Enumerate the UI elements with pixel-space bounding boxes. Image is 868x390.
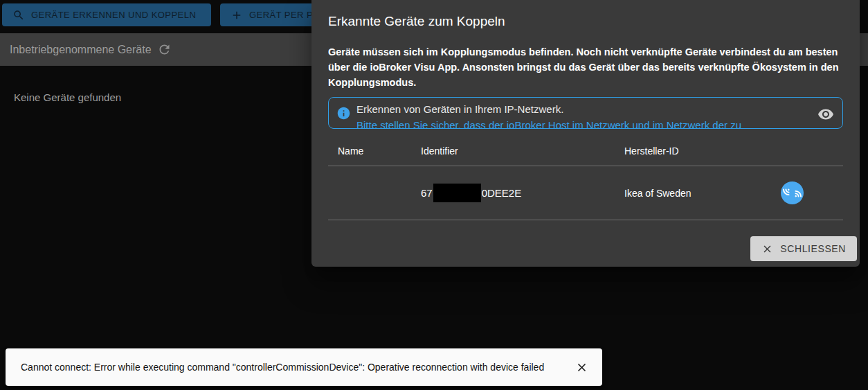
- col-header-vendor: Hersteller-ID: [624, 145, 777, 157]
- commissioned-devices-label: Inbetriebgenommene Geräte: [10, 44, 152, 56]
- refresh-button[interactable]: [154, 39, 174, 60]
- close-icon: [575, 361, 588, 374]
- wireless-pairing-icon: [781, 181, 804, 204]
- snackbar-close-button[interactable]: [571, 357, 593, 378]
- search-icon: [12, 9, 25, 21]
- snackbar-message: Cannot connect: Error while executing co…: [21, 362, 571, 373]
- plus-icon: [230, 9, 243, 21]
- info-line-1: Erkennen von Geräten in Ihrem IP-Netzwer…: [356, 103, 812, 116]
- dialog-actions: SCHLIESSEN: [750, 236, 857, 261]
- pair-device-button[interactable]: [781, 181, 804, 204]
- eye-icon: [817, 106, 834, 123]
- identifier-suffix: 0DEE2E: [482, 187, 522, 199]
- toggle-details-button[interactable]: [815, 103, 837, 125]
- dialog-title: Erkannte Geräte zum Koppeln: [311, 0, 860, 30]
- cell-vendor: Ikea of Sweden: [624, 188, 777, 199]
- table-header-row: Name Identifier Hersteller-ID: [328, 136, 843, 166]
- close-dialog-button[interactable]: SCHLIESSEN: [750, 236, 857, 261]
- detect-and-pair-button[interactable]: GERÄTE ERKENNEN UND KOPPELN: [2, 3, 211, 26]
- redaction-box: [433, 184, 481, 202]
- identifier-prefix: 67: [421, 187, 433, 199]
- error-snackbar: Cannot connect: Error while executing co…: [6, 348, 602, 386]
- detected-devices-table: Name Identifier Hersteller-ID 67 0DEE2E …: [328, 136, 843, 220]
- close-icon: [761, 243, 773, 255]
- network-discovery-info-box: Erkennen von Geräten in Ihrem IP-Netzwer…: [328, 97, 843, 129]
- info-icon: [336, 106, 351, 123]
- table-row: 67 0DEE2E Ikea of Sweden: [328, 166, 843, 220]
- refresh-icon: [157, 42, 172, 57]
- col-header-identifier: Identifier: [421, 145, 624, 157]
- dialog-description: Geräte müssen sich im Kopplungsmodus bef…: [311, 44, 860, 90]
- add-button-label: GERÄT PER PA: [249, 10, 318, 20]
- detected-devices-dialog: Erkannte Geräte zum Koppeln Geräte müsse…: [311, 0, 860, 267]
- detect-button-label: GERÄTE ERKENNEN UND KOPPELN: [31, 10, 196, 20]
- close-button-label: SCHLIESSEN: [780, 243, 846, 254]
- cell-identifier: 67 0DEE2E: [421, 184, 624, 202]
- info-line-2: Bitte stellen Sie sicher, dass der ioBro…: [356, 118, 812, 129]
- no-devices-text: Keine Geräte gefunden: [14, 91, 121, 103]
- col-header-name: Name: [338, 145, 421, 157]
